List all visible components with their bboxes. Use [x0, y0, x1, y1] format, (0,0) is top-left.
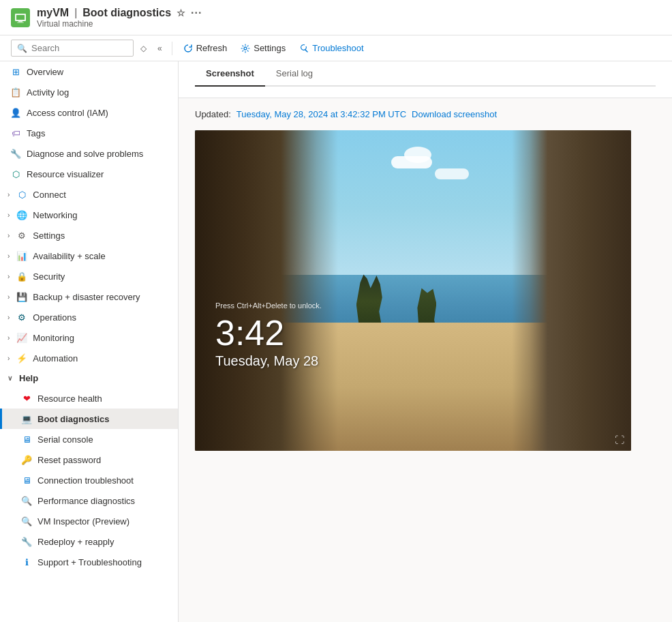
sidebar-item-label: Backup + disaster recovery: [33, 292, 140, 302]
troubleshoot-label: Troubleshoot: [312, 43, 363, 53]
sidebar-item-label: Security: [33, 271, 65, 282]
search-icon: 🔍: [17, 44, 27, 53]
connect-icon: ⬡: [16, 189, 27, 200]
support-icon: ℹ: [21, 557, 32, 567]
sidebar-item-resource-health[interactable]: ❤ Resource health: [0, 388, 178, 409]
backup-icon: 💾: [16, 291, 27, 302]
vm-name: myVM: [37, 7, 69, 19]
sidebar: ⊞ Overview 📋 Activity log 👤 Access contr…: [0, 61, 179, 622]
sidebar-item-security[interactable]: › 🔒 Security: [0, 266, 178, 286]
troubleshoot-icon: [299, 44, 309, 53]
reset-password-icon: 🔑: [21, 454, 32, 465]
settings-nav-icon: ⚙: [16, 230, 27, 241]
tabs-container: Screenshot Serial log: [179, 61, 672, 98]
sidebar-item-serial-console[interactable]: 🖥 Serial console: [0, 429, 178, 449]
sidebar-item-diagnose[interactable]: 🔧 Diagnose and solve problems: [0, 143, 178, 164]
favorite-icon[interactable]: ☆: [177, 8, 185, 18]
svg-point-4: [244, 47, 247, 50]
overview-icon: ⊞: [10, 66, 21, 77]
settings-icon: [241, 44, 250, 53]
sidebar-item-monitoring[interactable]: › 📈 Monitoring: [0, 327, 178, 348]
automation-expand-icon: ›: [7, 355, 10, 362]
settings-button[interactable]: Settings: [235, 40, 291, 57]
sidebar-item-tags[interactable]: 🏷 Tags: [0, 123, 178, 143]
sidebar-item-vm-inspector[interactable]: 🔍 VM Inspector (Preview): [0, 511, 178, 531]
search-input[interactable]: [31, 43, 127, 53]
redeploy-icon: 🔧: [21, 536, 32, 547]
iam-icon: 👤: [10, 107, 21, 118]
main-layout: ⊞ Overview 📋 Activity log 👤 Access contr…: [0, 61, 672, 622]
sidebar-item-label: Networking: [33, 210, 77, 220]
sidebar-item-label: Performance diagnostics: [37, 496, 135, 506]
boot-diagnostics-icon: 💻: [21, 413, 32, 424]
operations-expand-icon: ›: [7, 314, 10, 321]
svg-rect-3: [17, 22, 24, 23]
sidebar-item-networking[interactable]: › 🌐 Networking: [0, 205, 178, 225]
refresh-button[interactable]: Refresh: [178, 40, 233, 57]
availability-icon: 📊: [16, 250, 27, 261]
sidebar-item-boot-diagnostics[interactable]: 💻 Boot diagnostics: [0, 409, 178, 429]
title-separator: |: [74, 7, 77, 19]
sidebar-item-label: Access control (IAM): [27, 108, 108, 118]
boot-screenshot: Press Ctrl+Alt+Delete to unlock. 3:42 Tu…: [195, 130, 631, 451]
troubleshoot-button[interactable]: Troubleshoot: [294, 40, 369, 57]
download-screenshot-link[interactable]: Download screenshot: [412, 109, 497, 119]
content-inner: Updated: Tuesday, May 28, 2024 at 3:42:3…: [179, 98, 672, 462]
sidebar-item-label: Resource visualizer: [27, 169, 104, 179]
automation-icon: ⚡: [16, 353, 27, 364]
sidebar-item-connection-troubleshoot[interactable]: 🖥 Connection troubleshoot: [0, 470, 178, 490]
sidebar-item-label: VM Inspector (Preview): [37, 516, 129, 527]
cave-scene-bg: Press Ctrl+Alt+Delete to unlock. 3:42 Tu…: [195, 130, 631, 451]
sidebar-item-label: Tags: [27, 128, 45, 138]
sidebar-item-iam[interactable]: 👤 Access control (IAM): [0, 102, 178, 123]
monitoring-expand-icon: ›: [7, 334, 10, 342]
search-options-icon[interactable]: ◇: [136, 41, 151, 56]
page-name: Boot diagnostics: [82, 7, 171, 19]
sidebar-item-label: Settings: [33, 231, 65, 241]
sidebar-item-resource-visualizer[interactable]: ⬡ Resource visualizer: [0, 164, 178, 184]
collapse-icon[interactable]: «: [153, 41, 166, 56]
monitoring-icon: 📈: [16, 332, 27, 343]
security-expand-icon: ›: [7, 273, 10, 280]
sidebar-item-label: Diagnose and solve problems: [27, 149, 143, 159]
sidebar-item-connect[interactable]: › ⬡ Connect: [0, 184, 178, 205]
backup-expand-icon: ›: [7, 293, 10, 301]
sidebar-section-help[interactable]: ∨ Help: [0, 368, 178, 388]
help-collapse-icon: ∨: [7, 374, 12, 382]
tab-screenshot[interactable]: Screenshot: [195, 61, 265, 87]
sidebar-item-label: Support + Troubleshooting: [37, 557, 142, 567]
more-options-icon[interactable]: ···: [191, 7, 202, 19]
sidebar-item-settings[interactable]: › ⚙ Settings: [0, 225, 178, 246]
sidebar-item-label: Activity log: [27, 87, 69, 98]
sidebar-item-availability[interactable]: › 📊 Availability + scale: [0, 246, 178, 266]
search-box[interactable]: 🔍: [11, 40, 134, 57]
sidebar-item-operations[interactable]: › ⚙ Operations: [0, 307, 178, 327]
sidebar-item-label: Reset password: [37, 455, 101, 465]
tab-serial-log[interactable]: Serial log: [265, 61, 324, 87]
sidebar-item-support[interactable]: ℹ Support + Troubleshooting: [0, 552, 178, 572]
resource-health-icon: ❤: [21, 393, 32, 404]
sidebar-item-automation[interactable]: › ⚡ Automation: [0, 348, 178, 368]
page-header: myVM | Boot diagnostics ☆ ··· Virtual ma…: [0, 0, 672, 35]
sidebar-item-label: Availability + scale: [33, 251, 105, 261]
lock-date: Tuesday, May 28: [215, 353, 322, 369]
sidebar-item-label: Boot diagnostics: [37, 414, 109, 424]
sidebar-item-activity-log[interactable]: 📋 Activity log: [0, 82, 178, 102]
sidebar-item-label: Overview: [27, 67, 63, 77]
serial-console-icon: 🖥: [21, 434, 32, 445]
content-area: Screenshot Serial log Updated: Tuesday, …: [179, 61, 672, 622]
sidebar-item-redeploy[interactable]: 🔧 Redeploy + reapply: [0, 531, 178, 552]
sidebar-item-performance-diagnostics[interactable]: 🔍 Performance diagnostics: [0, 490, 178, 511]
sidebar-item-label: Operations: [33, 312, 76, 323]
sidebar-item-backup[interactable]: › 💾 Backup + disaster recovery: [0, 286, 178, 307]
header-title-area: myVM | Boot diagnostics ☆ ··· Virtual ma…: [37, 7, 202, 29]
sidebar-item-reset-password[interactable]: 🔑 Reset password: [0, 449, 178, 470]
networking-icon: 🌐: [16, 209, 27, 220]
sidebar-item-label: Resource health: [37, 394, 102, 404]
svg-rect-2: [18, 21, 22, 23]
settings-label: Settings: [254, 43, 286, 53]
sidebar-item-label: Help: [19, 373, 38, 383]
visualizer-icon: ⬡: [10, 168, 21, 179]
sidebar-item-overview[interactable]: ⊞ Overview: [0, 61, 178, 82]
security-icon: 🔒: [16, 271, 27, 282]
